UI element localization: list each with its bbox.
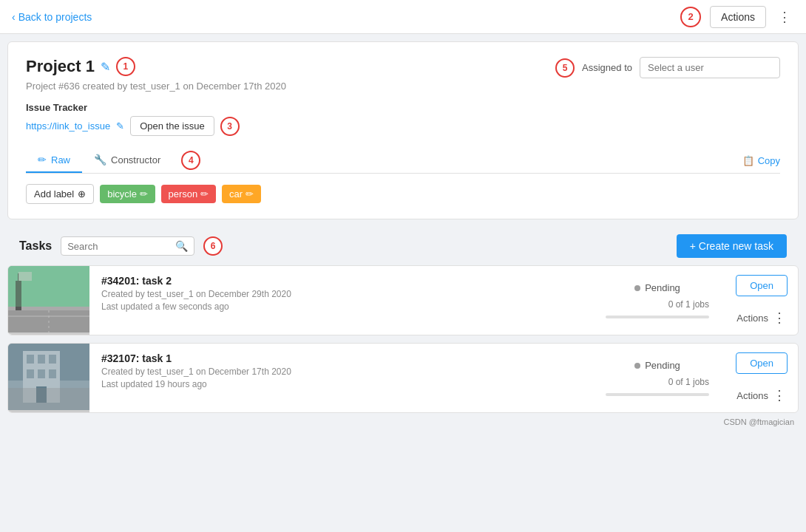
add-label-text: Add label bbox=[34, 188, 74, 200]
open-button-2[interactable]: Open bbox=[736, 352, 788, 374]
project-title: Project 1 bbox=[26, 57, 95, 76]
raw-tab-icon: ✏ bbox=[38, 154, 47, 166]
actions-button[interactable]: Actions bbox=[710, 6, 766, 28]
svg-rect-5 bbox=[8, 266, 89, 307]
jobs-count-1: 0 of 1 jobs bbox=[606, 299, 709, 310]
add-icon: ⊕ bbox=[78, 188, 86, 200]
project-panel: Project 1 ✎ 1 Project #636 created by te… bbox=[7, 41, 799, 219]
task-actions-bottom-2: Actions ⋮ bbox=[736, 387, 788, 403]
task-status-1: Pending bbox=[634, 282, 680, 293]
copy-button[interactable]: 📋 Copy bbox=[742, 151, 780, 171]
create-task-button[interactable]: + Create new task bbox=[677, 234, 787, 258]
status-label-2: Pending bbox=[645, 360, 680, 371]
top-nav: ‹ Back to projects 2 Actions ⋮ bbox=[0, 0, 806, 34]
label-car-text: car ✏ bbox=[229, 188, 254, 200]
label-bicycle-text: bicycle ✏ bbox=[107, 188, 147, 200]
task-info-2: #32107: task 1 Created by test_user_1 on… bbox=[89, 344, 598, 412]
tasks-header: Tasks 🔍 6 + Create new task bbox=[7, 227, 799, 265]
tabs-row: ✏ Raw 🔧 Constructor 4 📋 Copy bbox=[26, 148, 780, 174]
add-label-button[interactable]: Add label ⊕ bbox=[26, 184, 94, 204]
progress-bar-1 bbox=[606, 316, 709, 318]
label-bicycle[interactable]: bicycle ✏ bbox=[100, 185, 155, 203]
title-edit-icon[interactable]: ✎ bbox=[101, 60, 110, 74]
progress-bar-bg-2 bbox=[606, 393, 709, 396]
task-status-area-1: Pending 0 of 1 jobs bbox=[598, 266, 717, 335]
label-car[interactable]: car ✏ bbox=[222, 185, 261, 203]
label-person[interactable]: person ✏ bbox=[161, 185, 216, 203]
progress-bar-bg-1 bbox=[606, 316, 709, 318]
back-label: Back to projects bbox=[18, 11, 92, 23]
svg-rect-13 bbox=[38, 355, 45, 364]
task-more-button-2[interactable]: ⋮ bbox=[771, 387, 788, 403]
nav-badge-2: 2 bbox=[680, 7, 701, 27]
assigned-to-label: Assigned to bbox=[582, 62, 632, 73]
task-id-1: #34201: task 2 bbox=[101, 275, 586, 287]
table-row: #34201: task 2 Created by test_user_1 on… bbox=[7, 265, 799, 335]
project-title-row: Project 1 ✎ 1 bbox=[26, 57, 286, 76]
svg-rect-16 bbox=[38, 369, 45, 378]
issue-link-text[interactable]: https://link_to_issue bbox=[26, 120, 110, 132]
search-icon[interactable]: 🔍 bbox=[175, 240, 188, 252]
task-thumb-svg-2 bbox=[8, 344, 89, 410]
status-dot-1 bbox=[634, 285, 640, 291]
project-badge-1: 1 bbox=[116, 57, 135, 76]
nav-more-button[interactable]: ⋮ bbox=[775, 6, 794, 28]
svg-rect-15 bbox=[27, 369, 34, 378]
task-id-2: #32107: task 1 bbox=[101, 352, 586, 364]
task-status-2: Pending bbox=[634, 360, 680, 371]
tasks-badge-6: 6 bbox=[203, 236, 223, 256]
tasks-section: Tasks 🔍 6 + Create new task bbox=[0, 227, 806, 265]
svg-rect-19 bbox=[8, 388, 89, 410]
task-more-button-1[interactable]: ⋮ bbox=[771, 310, 788, 326]
tab-constructor[interactable]: 🔧 Constructor bbox=[82, 148, 172, 173]
assigned-row: 5 Assigned to bbox=[555, 57, 780, 78]
open-issue-button[interactable]: Open the issue bbox=[130, 116, 214, 136]
status-label-1: Pending bbox=[645, 282, 680, 293]
task-actions-area-2: Open Actions ⋮ bbox=[717, 344, 798, 412]
copy-icon: 📋 bbox=[742, 155, 754, 166]
issue-tracker-label: Issue Tracker bbox=[26, 102, 780, 113]
project-meta: Project #636 created by test_user_1 on D… bbox=[26, 81, 286, 92]
task-actions-label-1: Actions bbox=[736, 313, 768, 324]
nav-right: 2 Actions ⋮ bbox=[680, 6, 794, 28]
labels-row: Add label ⊕ bicycle ✏ person ✏ car ✏ bbox=[26, 184, 780, 204]
tasks-list: #34201: task 2 Created by test_user_1 on… bbox=[0, 265, 806, 413]
task-thumbnail-1 bbox=[8, 266, 89, 335]
task-actions-bottom-1: Actions ⋮ bbox=[736, 310, 788, 326]
project-badge-3: 3 bbox=[220, 117, 240, 136]
open-button-1[interactable]: Open bbox=[736, 275, 788, 296]
progress-bar-2 bbox=[606, 393, 709, 396]
svg-rect-12 bbox=[27, 355, 34, 364]
search-box: 🔍 bbox=[61, 236, 194, 256]
issue-link-edit-icon[interactable]: ✎ bbox=[116, 120, 124, 132]
watermark: CSDN @ftmagician bbox=[0, 413, 806, 431]
task-info-1: #34201: task 2 Created by test_user_1 on… bbox=[89, 266, 598, 335]
task-thumbnail-2 bbox=[8, 344, 89, 412]
back-to-projects-link[interactable]: ‹ Back to projects bbox=[12, 11, 92, 23]
tab-raw-label: Raw bbox=[51, 154, 70, 166]
tab-raw[interactable]: ✏ Raw bbox=[26, 148, 82, 173]
task-actions-area-1: Open Actions ⋮ bbox=[717, 266, 798, 335]
tasks-title: Tasks bbox=[19, 239, 52, 253]
table-row: #32107: task 1 Created by test_user_1 on… bbox=[7, 343, 799, 413]
tab-constructor-label: Constructor bbox=[111, 154, 160, 166]
assign-user-input[interactable] bbox=[640, 57, 780, 78]
constructor-tab-icon: 🔧 bbox=[94, 154, 106, 166]
svg-rect-17 bbox=[49, 369, 56, 378]
task-updated-1: Last updated a few seconds ago bbox=[101, 301, 586, 312]
issue-link-row: https://link_to_issue ✎ Open the issue 3 bbox=[26, 116, 780, 136]
project-badge-5: 5 bbox=[555, 58, 575, 78]
jobs-count-2: 0 of 1 jobs bbox=[606, 377, 709, 387]
search-input[interactable] bbox=[67, 241, 171, 252]
status-dot-2 bbox=[634, 363, 640, 369]
task-actions-label-2: Actions bbox=[736, 390, 768, 401]
task-status-area-2: Pending 0 of 1 jobs bbox=[598, 344, 717, 412]
svg-rect-14 bbox=[49, 355, 56, 364]
label-person-text: person ✏ bbox=[169, 188, 209, 200]
chevron-left-icon: ‹ bbox=[12, 11, 16, 23]
project-badge-4: 4 bbox=[181, 151, 200, 170]
task-created-2: Created by test_user_1 on December 17th … bbox=[101, 366, 586, 377]
task-created-1: Created by test_user_1 on December 29th … bbox=[101, 289, 586, 299]
copy-label: Copy bbox=[758, 155, 780, 166]
issue-tracker-section: Issue Tracker https://link_to_issue ✎ Op… bbox=[26, 102, 780, 136]
